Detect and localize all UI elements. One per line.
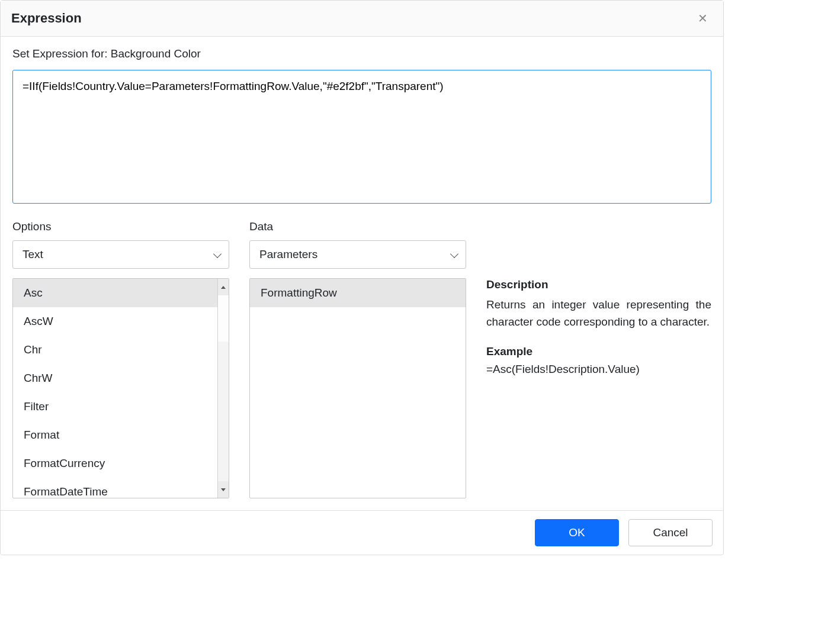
- options-scrollbar[interactable]: [217, 279, 229, 498]
- list-item-label: FormattingRow: [261, 286, 337, 300]
- options-list-item[interactable]: ChrW: [13, 364, 217, 392]
- dialog-footer: OK Cancel: [1, 510, 723, 555]
- dialog-title: Expression: [11, 11, 82, 26]
- data-list-item[interactable]: FormattingRow: [250, 279, 466, 307]
- data-column: Data Parameters FormattingRow: [249, 220, 466, 498]
- chevron-down-icon: [213, 250, 222, 258]
- scroll-down-button[interactable]: [218, 481, 229, 498]
- data-label: Data: [249, 220, 466, 233]
- options-scroll-area[interactable]: Asc AscW Chr ChrW Filter Format FormatCu…: [13, 279, 217, 498]
- description-text: Returns an integer value representing th…: [486, 296, 711, 331]
- description-column: Description Returns an integer value rep…: [486, 220, 711, 498]
- chevron-down-icon: [221, 488, 226, 491]
- chevron-up-icon: [221, 286, 226, 289]
- options-column: Options Text Asc AscW Chr ChrW Filter Fo…: [12, 220, 229, 498]
- scroll-thumb[interactable]: [218, 295, 229, 342]
- options-category-value: Text: [23, 248, 43, 261]
- chevron-down-icon: [450, 250, 458, 258]
- options-functions-list: Asc AscW Chr ChrW Filter Format FormatCu…: [12, 278, 229, 498]
- options-label: Options: [12, 220, 229, 233]
- options-list-item[interactable]: FormatCurrency: [13, 449, 217, 478]
- options-list-item[interactable]: Chr: [13, 336, 217, 364]
- palette-columns: Options Text Asc AscW Chr ChrW Filter Fo…: [12, 220, 711, 498]
- description-heading: Description: [486, 278, 711, 291]
- options-category-select[interactable]: Text: [12, 240, 229, 269]
- list-item-label: Filter: [24, 400, 49, 413]
- data-source-value: Parameters: [259, 248, 317, 261]
- list-item-label: FormatDateTime: [24, 485, 108, 498]
- list-item-label: Format: [24, 429, 59, 442]
- dialog-header: Expression ✕: [1, 1, 723, 37]
- close-button[interactable]: ✕: [693, 9, 713, 28]
- ok-button[interactable]: OK: [535, 519, 619, 546]
- list-item-label: AscW: [24, 315, 53, 328]
- options-list-item[interactable]: FormatDateTime: [13, 478, 217, 498]
- cancel-button[interactable]: Cancel: [628, 519, 713, 546]
- options-list-item[interactable]: Filter: [13, 392, 217, 421]
- expression-target-label: Set Expression for: Background Color: [12, 47, 711, 60]
- example-heading: Example: [486, 345, 711, 358]
- example-text: =Asc(Fields!Description.Value): [486, 363, 711, 376]
- list-item-label: Asc: [24, 286, 43, 300]
- list-item-label: Chr: [24, 343, 42, 356]
- scroll-track-space[interactable]: [218, 342, 229, 481]
- data-items-list: FormattingRow: [249, 278, 466, 498]
- scroll-up-button[interactable]: [218, 279, 229, 295]
- expression-input[interactable]: [12, 70, 711, 204]
- close-icon: ✕: [698, 12, 708, 25]
- expression-dialog: Expression ✕ Set Expression for: Backgro…: [0, 0, 724, 555]
- options-list-item[interactable]: Format: [13, 421, 217, 449]
- dialog-body: Set Expression for: Background Color Opt…: [1, 37, 723, 510]
- data-source-select[interactable]: Parameters: [249, 240, 466, 269]
- options-list-item[interactable]: Asc: [13, 279, 217, 307]
- list-item-label: FormatCurrency: [24, 457, 105, 470]
- list-item-label: ChrW: [24, 372, 53, 385]
- options-list-item[interactable]: AscW: [13, 307, 217, 336]
